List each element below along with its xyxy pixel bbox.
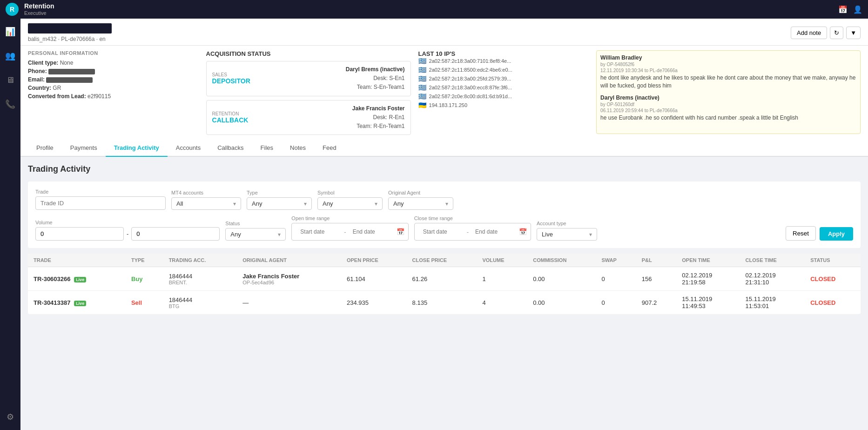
acquisition-label: ACQUISITION STATUS [206,50,411,57]
filter-actions: Reset Apply [786,226,853,241]
symbol-filter: Symbol Any ▾ [317,190,383,210]
open-end-input[interactable] [348,226,395,238]
tab-content: Trading Activity Trade MT4 accounts All … [20,157,868,322]
mt4-label: MT4 accounts [171,190,241,195]
close-price-2: 8.135 [407,291,477,315]
close-time-1: 02.12.201921:31:10 [740,267,805,291]
filter-group-1: Trade MT4 accounts All ▾ Type Any [35,189,853,210]
close-time-range: - 📅 [414,223,531,241]
original-agent-dropdown-arrow[interactable]: ▾ [445,201,448,207]
tab-accounts[interactable]: Accounts [168,140,209,157]
filter-group-2: Volume - Status Any ▾ [35,215,853,241]
tab-profile[interactable]: Profile [28,140,62,157]
swap-1: 0 [596,267,636,291]
navbar-actions: 📅 👤 [838,5,862,14]
volume-from-input[interactable] [35,227,124,241]
type-label: Type [247,190,312,195]
reset-button[interactable]: Reset [786,226,816,241]
original-agent-label: Original Agent [388,190,453,195]
email-value [46,77,93,83]
status-dropdown-arrow[interactable]: ▾ [278,231,281,238]
sidebar-item-monitor[interactable]: 🖥 [2,72,19,88]
type-1: Buy [126,267,163,291]
open-start-input[interactable] [296,226,342,238]
live-badge-2: Live [74,301,86,306]
sidebar-item-dashboard[interactable]: 📊 [2,23,19,40]
close-calendar-icon[interactable]: 📅 [519,228,527,235]
volume-to-input[interactable] [131,227,220,241]
app-subtitle: Executive [24,10,54,16]
trade-id-input[interactable] [35,196,166,210]
info-row: PERSONAL INFORMATION Client type: None P… [20,46,868,140]
client-header: balis_m432 · PL-de70666a · en Add note ↻… [20,19,868,46]
status-value: Any [230,231,278,238]
ip-5: 🇬🇷2a02:587:2c0e:8c00:dc81:6d:b91d... [418,93,589,100]
apply-button[interactable]: Apply [820,227,853,241]
commission-2: 0.00 [527,291,596,315]
retention-status: CALLBACK [212,116,249,124]
sidebar-item-settings[interactable]: ⚙ [2,409,19,425]
add-note-button[interactable]: Add note [791,27,827,39]
open-time-filter: Open time range - 📅 [291,215,408,241]
main-content: balis_m432 · PL-de70666a · en Add note ↻… [20,19,868,430]
phone-value [48,69,95,74]
note-1-meta: by OP-548052f6 [600,62,856,67]
type-dropdown-arrow[interactable]: ▾ [304,201,307,207]
open-time-range: - 📅 [291,223,408,241]
open-price-1: 61.104 [341,267,407,291]
tab-callbacks[interactable]: Callbacks [209,140,252,157]
tab-trading-activity[interactable]: Trading Activity [106,140,168,157]
more-button[interactable]: ▼ [846,27,861,39]
volume-filter: Volume - [35,220,220,241]
status-label: Status [225,221,286,226]
trade-filter: Trade [35,189,166,210]
refresh-button[interactable]: ↻ [830,27,843,39]
trading-acc-2: 1846444 BTG [163,291,237,315]
client-type-field: Client type: None [28,60,199,66]
retention-agent: Jake Francis Foster [352,104,405,113]
sidebar-item-callbacks[interactable]: 📞 [2,96,19,113]
retention-desk: Desk: R-En1 [352,113,405,122]
sales-card: SALES DEPOSITOR Daryl Brems (inactive) D… [206,61,411,96]
col-original-agent: ORIGINAL AGENT [237,254,341,267]
sidebar-item-users[interactable]: 👥 [2,47,19,64]
note-2-author: Daryl Brems (inactive) [600,94,856,101]
status-filter: Status Any ▾ [225,221,286,241]
account-type-value: Live [542,231,589,238]
client-sub: balis_m432 · PL-de70666a · en [28,36,112,42]
close-end-input[interactable] [471,226,517,238]
note-2-meta: by OP-501260df [600,102,856,107]
pinned-notes-panel: William Bradley by OP-548052f6 12.11.201… [596,50,861,134]
col-close-time: CLOSE TIME [740,254,805,267]
country-field: Country: GR [28,85,199,91]
app-logo[interactable]: R [6,3,19,16]
volume-separator: - [127,230,128,237]
ip-6: 🇺🇦194.183.171.250 [418,101,589,109]
sales-left: SALES DEPOSITOR [212,72,250,85]
user-icon[interactable]: 👤 [853,5,862,14]
close-time-filter: Close time range - 📅 [414,215,531,241]
tab-notes[interactable]: Notes [282,140,314,157]
tab-files[interactable]: Files [252,140,282,157]
account-type-dropdown-arrow[interactable]: ▾ [589,231,592,238]
ip-4: 🇬🇷2a02:587:2c18:3a00:ecc8:87fe:3f6... [418,84,589,91]
note-2: Daryl Brems (inactive) by OP-501260df 06… [600,94,856,122]
tab-payments[interactable]: Payments [62,140,106,157]
col-pnl: P&L [636,254,677,267]
sidebar: 📊 👥 🖥 📞 ⚙ [0,19,20,430]
sales-right: Daryl Brems (inactive) Desk: S-En1 Team:… [346,65,405,92]
app-title: Retention [24,3,54,10]
sales-agent: Daryl Brems (inactive) [346,65,405,74]
type-filter: Type Any ▾ [247,190,312,210]
tab-feed[interactable]: Feed [314,140,345,157]
original-agent-value: Any [393,200,445,207]
mt4-value: All [176,200,233,207]
mt4-filter: MT4 accounts All ▾ [171,190,241,210]
col-trade: TRADE [28,254,126,267]
status-2: CLOSED [805,291,861,315]
mt4-dropdown-arrow[interactable]: ▾ [233,201,236,207]
calendar-icon[interactable]: 📅 [838,5,848,14]
close-start-input[interactable] [418,226,465,238]
symbol-dropdown-arrow[interactable]: ▾ [375,201,377,207]
open-calendar-icon[interactable]: 📅 [397,228,404,235]
